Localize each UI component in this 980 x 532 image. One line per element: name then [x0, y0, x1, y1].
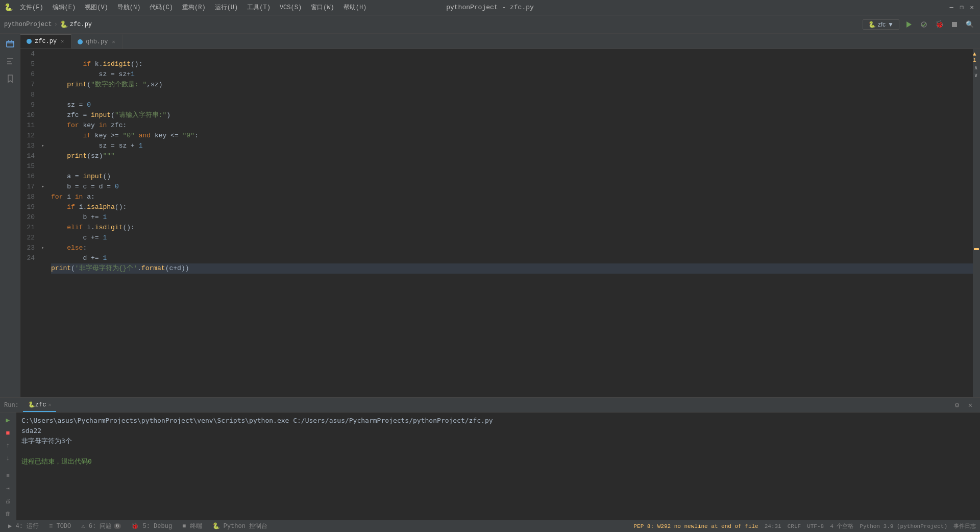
breadcrumb-separator: ›	[54, 21, 58, 28]
menu-nav[interactable]: 导航(N)	[113, 2, 145, 13]
menu-help[interactable]: 帮助(H)	[339, 2, 371, 13]
menu-window[interactable]: 窗口(W)	[307, 2, 338, 13]
stop-button[interactable]	[948, 18, 961, 31]
search-button[interactable]: 🔍	[964, 18, 976, 31]
settings-icon[interactable]: ⚙	[951, 400, 963, 411]
maximize-button[interactable]: ❐	[958, 4, 966, 12]
run-button[interactable]	[902, 18, 915, 31]
sidebar-bookmarks-icon[interactable]	[2, 70, 18, 87]
indent[interactable]: 4 个空格	[830, 522, 853, 530]
cursor-position[interactable]: 24:31	[765, 523, 781, 529]
todo-tab-label: ≡ TODO	[49, 523, 71, 530]
current-file[interactable]: 🐍 zfc.py	[60, 20, 92, 29]
bottom-tab-run[interactable]: ▶ 4: 运行	[4, 520, 43, 533]
menu-tools[interactable]: 工具(T)	[243, 2, 275, 13]
toolbar-right: 🐍 zfc ▼ 🐞 🔍	[863, 18, 976, 31]
terminal-tab-label: ■ 终端	[182, 522, 202, 530]
tab-close-qhb[interactable]: ✕	[111, 38, 116, 45]
tab-close-zfc[interactable]: ✕	[60, 38, 65, 45]
fold-icon-23: ▸	[39, 243, 47, 253]
menu-refactor[interactable]: 重构(R)	[178, 2, 210, 13]
bottom-tab-debug[interactable]: 🐞 5: Debug	[127, 520, 176, 533]
app-icon: 🐍	[4, 3, 13, 12]
scroll-down-button[interactable]: ↓	[2, 452, 14, 464]
tab-zfc-py[interactable]: zfc.py ✕	[20, 34, 71, 49]
code-line-20: elif i.isdigit():	[51, 224, 135, 231]
output-exit: 进程已结束，退出代码0	[21, 456, 975, 467]
bottom-tab-problems[interactable]: ⚠ 6: 问题 6	[77, 520, 125, 533]
code-line-6: print("数字的个数是: ",sz)	[51, 81, 162, 88]
menu-view[interactable]: 视图(V)	[81, 2, 112, 13]
output-blank	[21, 446, 975, 456]
tabs-bar: zfc.py ✕ qhb.py ✕	[20, 34, 980, 49]
run-tab-zfc[interactable]: 🐍 zfc ✕	[23, 399, 57, 412]
code-line-23: d += 1	[51, 254, 107, 262]
soft-wrap-button[interactable]: ⇥	[2, 483, 14, 495]
coverage-button[interactable]	[918, 18, 930, 31]
code-content[interactable]: if k.isdigit(): sz = sz+1 print("数字的个数是:…	[47, 49, 973, 397]
fold-icon-5	[39, 59, 47, 69]
menu-vcs[interactable]: VCS(S)	[276, 3, 306, 12]
stop-run-button[interactable]: ■	[2, 427, 14, 439]
code-line-8: sz = 0	[51, 101, 91, 109]
code-line-4: if k.isdigit():	[51, 60, 142, 68]
clear-button[interactable]: 🗑	[2, 508, 14, 520]
menu-edit[interactable]: 编辑(E)	[48, 2, 80, 13]
close-button[interactable]: ✕	[968, 4, 976, 12]
chevron-down[interactable]: ∨	[974, 72, 978, 79]
fold-icon-8	[39, 90, 47, 100]
fold-icon-24	[39, 253, 47, 263]
bottom-tab-python-console[interactable]: 🐍 Python 控制台	[208, 520, 272, 533]
tab-qhb-py[interactable]: qhb.py ✕	[71, 34, 122, 49]
editor-container: zfc.py ✕ qhb.py ✕ 4 5 6 7 8 9 10	[20, 34, 980, 397]
panel-close-icon[interactable]: ✕	[965, 400, 976, 411]
project-name[interactable]: pythonProject	[4, 21, 52, 28]
sidebar-project-icon[interactable]	[2, 36, 18, 52]
output-data-1: sda22	[21, 426, 975, 436]
right-gutter: ▲ 1 ∧ ∨	[973, 49, 980, 397]
line-ending[interactable]: CRLF	[788, 523, 801, 529]
print-button[interactable]: 🖨	[2, 495, 14, 507]
fold-icon-14	[39, 151, 47, 161]
code-line-13: print(sz)"""	[51, 152, 115, 160]
problems-tab-label: ⚠ 6: 问题	[81, 522, 112, 530]
code-editor[interactable]: 4 5 6 7 8 9 10 11 12 13 14 15 16 17 18 1…	[20, 49, 973, 397]
bottom-tab-terminal[interactable]: ■ 终端	[178, 520, 206, 533]
output-result: 非字母字符为3个	[21, 436, 975, 446]
status-right: PEP 8: W292 no newline at end of file 24…	[633, 522, 976, 530]
chevron-up[interactable]: ∧	[974, 64, 978, 71]
menu-file[interactable]: 文件(F)	[16, 2, 47, 13]
fold-icon-12	[39, 131, 47, 141]
encoding[interactable]: UTF-8	[807, 523, 824, 529]
sidebar-structure-icon[interactable]	[2, 53, 18, 69]
code-line-19: b += 1	[51, 213, 107, 221]
event-log[interactable]: 事件日志	[953, 522, 976, 530]
code-line-9: zfc = input("请输入字符串:")	[51, 111, 170, 119]
run-config-icon: 🐍	[868, 21, 876, 28]
warning-message: PEP 8: W292 no newline at end of file	[633, 523, 758, 529]
run-config-button[interactable]: 🐍 zfc ▼	[863, 19, 899, 30]
run-again-button[interactable]: ▶	[2, 415, 14, 426]
menu-run[interactable]: 运行(U)	[211, 2, 242, 13]
tab-icon-qhb	[78, 39, 83, 44]
bottom-tab-todo[interactable]: ≡ TODO	[45, 520, 75, 533]
minimize-button[interactable]: —	[947, 4, 955, 12]
debug-tab-label: 🐞 5: Debug	[131, 522, 172, 530]
title-bar: 🐍 文件(F) 编辑(E) 视图(V) 导航(N) 代码(C) 重构(R) 运行…	[0, 0, 980, 15]
code-line-12: sz = sz + 1	[51, 142, 143, 150]
fold-icon-20	[39, 212, 47, 223]
bottom-panel: Run: 🐍 zfc ✕ ⚙ ✕ ▶ ■ ↑ ↓ ≡ ⇥ 🖨 🗑 C:\User…	[0, 397, 980, 520]
scroll-up-button[interactable]: ↑	[2, 440, 14, 452]
python-version[interactable]: Python 3.9 (pythonProject)	[860, 523, 947, 529]
window-controls: — ❐ ✕	[947, 4, 976, 12]
wrap-button[interactable]: ≡	[2, 470, 14, 482]
dropdown-icon: ▼	[888, 21, 894, 28]
fold-icon-10	[39, 110, 47, 120]
warning-count: ▲ 1	[973, 51, 979, 63]
menu-code[interactable]: 代码(C)	[145, 2, 177, 13]
fold-icon-11	[39, 120, 47, 131]
run-panel-header: Run: 🐍 zfc ✕ ⚙ ✕	[0, 398, 980, 413]
fold-icon-15	[39, 161, 47, 172]
debug-button[interactable]: 🐞	[933, 18, 945, 31]
run-tab-close[interactable]: ✕	[48, 402, 51, 408]
